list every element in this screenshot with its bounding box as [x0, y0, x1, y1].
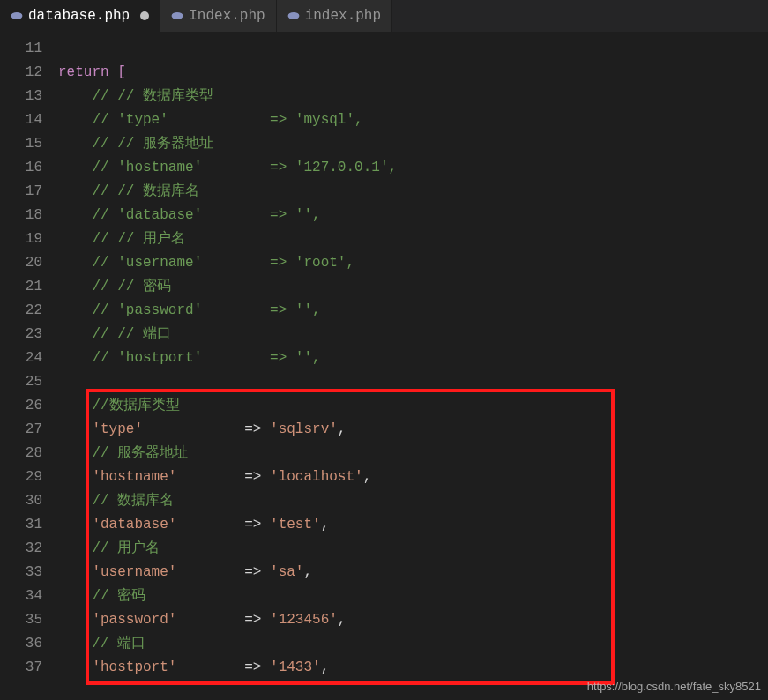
line-number: 27: [0, 418, 42, 442]
code-line: // // 端口: [58, 323, 768, 346]
php-file-icon: [11, 10, 23, 22]
line-number: 23: [0, 323, 42, 346]
code-line: //数据库类型: [58, 394, 768, 418]
tab-database-php[interactable]: database.php: [0, 0, 160, 32]
line-number: 13: [0, 85, 42, 108]
line-number: 34: [0, 585, 42, 608]
line-number: 11: [0, 37, 42, 61]
close-icon[interactable]: [140, 11, 149, 20]
line-number: 31: [0, 513, 42, 537]
code-line: // 密码: [58, 585, 768, 608]
svg-point-2: [287, 12, 299, 19]
line-number: 36: [0, 632, 42, 656]
tab-label: Index.php: [189, 8, 265, 24]
line-number: 12: [0, 61, 42, 85]
tab-label: index.php: [305, 8, 381, 24]
code-line: [58, 37, 768, 61]
line-number: 35: [0, 608, 42, 632]
tab-label: database.php: [28, 8, 130, 24]
code-line: 'type' => 'sqlsrv',: [58, 418, 768, 442]
code-line: // // 数据库类型: [58, 85, 768, 108]
code-line: // 数据库名: [58, 489, 768, 513]
code-line: // 'hostname' => '127.0.0.1',: [58, 156, 768, 180]
code-line: return [: [58, 61, 768, 85]
line-number: 37: [0, 656, 42, 680]
code-line: // 'username' => 'root',: [58, 251, 768, 275]
code-line: 'database' => 'test',: [58, 513, 768, 537]
code-content[interactable]: return [ // // 数据库类型 // 'type' => 'mysql…: [58, 32, 768, 700]
line-number: 25: [0, 370, 42, 394]
tab-bar: database.php Index.php index.php: [0, 0, 768, 32]
line-number: 32: [0, 537, 42, 561]
line-number: 18: [0, 204, 42, 227]
code-line: // // 密码: [58, 275, 768, 299]
line-number: 30: [0, 489, 42, 513]
code-line: // 'hostport' => '',: [58, 346, 768, 370]
code-line: 'password' => '123456',: [58, 608, 768, 632]
code-line: // 'database' => '',: [58, 204, 768, 227]
tab-index-cap-php[interactable]: Index.php: [160, 0, 276, 32]
code-line: // // 服务器地址: [58, 132, 768, 156]
svg-point-0: [11, 12, 23, 19]
line-number: 17: [0, 180, 42, 204]
line-number: 20: [0, 251, 42, 275]
code-line: // // 数据库名: [58, 180, 768, 204]
code-line: // 'type' => 'mysql',: [58, 108, 768, 132]
line-number-gutter: 1112131415161718192021222324252627282930…: [0, 32, 58, 700]
line-number: 19: [0, 227, 42, 251]
line-number: 15: [0, 132, 42, 156]
code-line: // 'password' => '',: [58, 299, 768, 323]
code-line: // 服务器地址: [58, 442, 768, 465]
line-number: 29: [0, 465, 42, 489]
code-line: // 用户名: [58, 537, 768, 561]
line-number: 14: [0, 108, 42, 132]
code-line: 'hostname' => 'localhost',: [58, 465, 768, 489]
code-line: 'hostport' => '1433',: [58, 656, 768, 680]
tab-index-php[interactable]: index.php: [277, 0, 392, 32]
line-number: 21: [0, 275, 42, 299]
code-line: // // 用户名: [58, 227, 768, 251]
php-file-icon: [287, 10, 300, 22]
line-number: 33: [0, 561, 42, 585]
line-number: 16: [0, 156, 42, 180]
code-line: 'username' => 'sa',: [58, 561, 768, 585]
code-line: [58, 370, 768, 394]
svg-point-1: [172, 12, 183, 19]
line-number: 22: [0, 299, 42, 323]
watermark-text: https://blog.csdn.net/fate_sky8521: [587, 680, 761, 693]
line-number: 26: [0, 394, 42, 418]
php-file-icon: [171, 10, 183, 22]
editor-area[interactable]: 1112131415161718192021222324252627282930…: [0, 32, 768, 700]
line-number: 24: [0, 346, 42, 370]
line-number: 28: [0, 442, 42, 465]
code-line: // 端口: [58, 632, 768, 656]
